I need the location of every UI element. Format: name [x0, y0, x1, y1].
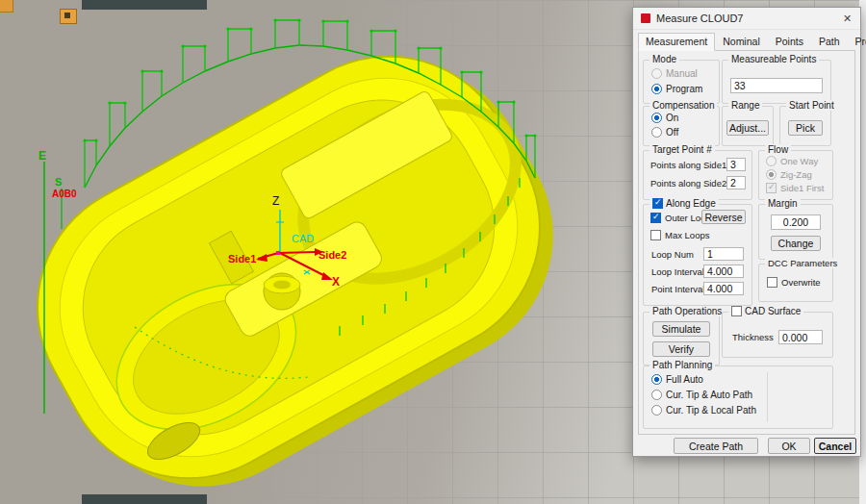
margin-field[interactable]	[771, 214, 821, 230]
range-group: Range Adjust...	[722, 106, 774, 146]
points-side2-field[interactable]	[726, 176, 746, 189]
along-edge-label: Along Edge	[666, 198, 716, 209]
label-s: S	[55, 176, 62, 188]
range-title: Range	[728, 100, 762, 111]
dialog-titlebar[interactable]: Measure CLOUD7 ✕	[633, 8, 860, 30]
max-loops-checkbox[interactable]	[650, 230, 661, 240]
side1-first-label: Side1 First	[780, 183, 824, 193]
label-a0b0: A0B0	[52, 189, 77, 199]
zig-zag-radio[interactable]	[766, 169, 777, 180]
one-way-label: One Way	[780, 156, 818, 166]
compensation-off-radio[interactable]	[651, 127, 662, 138]
cancel-button[interactable]: Cancel	[814, 438, 856, 454]
cur-tip-auto-path-label: Cur. Tip & Auto Path	[666, 390, 752, 400]
loop-num-label: Loop Num	[651, 249, 694, 260]
outer-loop-checkbox[interactable]	[650, 213, 661, 223]
compensation-off-label: Off	[666, 127, 678, 138]
ok-button[interactable]: OK	[768, 438, 810, 454]
cur-tip-local-path-radio[interactable]	[651, 405, 662, 416]
points-side1-label: Points along Side1	[650, 160, 726, 170]
tab-points[interactable]: Points	[768, 33, 811, 51]
background-window-bar-top	[82, 0, 207, 10]
point-interval-field[interactable]	[703, 282, 744, 295]
path-operations-group: Path Operations Simulate Verify	[643, 312, 720, 365]
label-z-axis: Z	[272, 194, 279, 208]
label-x-axis: X	[332, 275, 340, 289]
overwrite-label: Overwrite	[781, 277, 821, 288]
tab-measurement[interactable]: Measurement	[638, 33, 715, 51]
start-point-title: Start Point	[786, 100, 837, 111]
target-point-title: Target Point #	[650, 144, 715, 155]
background-window-corner	[0, 0, 13, 13]
compensation-on-radio[interactable]	[651, 113, 662, 123]
manual-radio-label: Manual	[666, 68, 698, 79]
side1-first-checkbox[interactable]	[766, 183, 777, 193]
tab-nominal[interactable]: Nominal	[715, 33, 768, 51]
cur-tip-auto-path-radio[interactable]	[651, 390, 662, 400]
points-side1-field[interactable]	[726, 158, 746, 171]
target-point-group: Target Point # Points along Side1 Points…	[643, 150, 752, 200]
cad-surface-label: CAD Surface	[745, 306, 801, 316]
model-cylinder	[264, 273, 300, 310]
manual-radio[interactable]	[651, 68, 662, 79]
point-interval-label: Point Interval	[651, 284, 704, 294]
close-button[interactable]: ✕	[839, 11, 855, 26]
background-window-icon[interactable]	[60, 9, 77, 24]
flow-title: Flow	[765, 144, 791, 155]
margin-title: Margin	[765, 198, 801, 209]
program-radio-label: Program	[666, 84, 702, 94]
screen: E S A0B0 Z CAD Side1 Side2 X	[0, 0, 866, 504]
pick-button[interactable]: Pick	[788, 120, 823, 136]
measure-cloud7-dialog: Measure CLOUD7 ✕ Measurement Nominal Poi…	[632, 7, 861, 457]
label-cad: CAD	[292, 233, 314, 244]
measureable-points-group: Measureable Points	[722, 60, 831, 104]
measureable-points-field[interactable]	[730, 78, 823, 93]
margin-group: Margin Change	[758, 204, 833, 260]
dcc-parameters-group: DCC Parameters Overwrite	[758, 264, 833, 302]
change-button[interactable]: Change	[771, 236, 821, 251]
full-auto-label: Full Auto	[666, 374, 703, 385]
compensation-title: Compensation	[650, 100, 717, 111]
along-edge-group: Along Edge Outer Loop Reverse Max Loops …	[643, 204, 752, 306]
path-planning-group: Path Planning Full Auto Cur. Tip & Auto …	[643, 365, 833, 429]
path-planning-title: Path Planning	[650, 360, 715, 370]
flow-group: Flow One Way Zig-Zag Side1 First	[758, 150, 833, 200]
background-window-bar-bottom	[82, 494, 207, 504]
full-auto-radio[interactable]	[651, 374, 662, 385]
along-edge-header: Along Edge	[650, 198, 719, 209]
thickness-field[interactable]	[778, 330, 823, 344]
compensation-group: Compensation On Off	[643, 106, 720, 146]
label-side1: Side1	[228, 253, 256, 265]
dcc-parameters-title: DCC Parameters	[765, 258, 840, 268]
measureable-points-title: Measureable Points	[728, 54, 819, 64]
along-edge-checkbox[interactable]	[652, 198, 663, 209]
create-path-button[interactable]: Create Path	[674, 438, 758, 454]
dialog-title: Measure CLOUD7	[656, 13, 743, 24]
cad-surface-group: CAD Surface Thickness	[722, 312, 833, 358]
overwrite-checkbox[interactable]	[767, 277, 777, 288]
loop-interval-label: Loop Interval	[651, 266, 704, 277]
program-radio[interactable]	[651, 84, 662, 94]
max-loops-label: Max Loops	[665, 230, 709, 240]
mode-group-title: Mode	[650, 54, 679, 64]
start-point-group: Start Point Pick	[779, 106, 831, 146]
label-side2: Side2	[318, 249, 346, 261]
path-operations-title: Path Operations	[650, 306, 725, 316]
tab-path[interactable]: Path	[811, 33, 848, 51]
thickness-label: Thickness	[732, 332, 774, 342]
dialog-tab-strip: Measurement Nominal Points Path Prompt	[638, 33, 866, 51]
reverse-button[interactable]: Reverse	[701, 210, 746, 224]
tab-prompt[interactable]: Prompt	[848, 33, 866, 51]
one-way-radio[interactable]	[766, 156, 777, 166]
loop-num-field[interactable]	[703, 247, 744, 261]
path-planning-divider	[767, 372, 768, 422]
adjust-button[interactable]: Adjust...	[726, 120, 769, 136]
verify-button[interactable]: Verify	[652, 341, 710, 357]
zig-zag-label: Zig-Zag	[780, 169, 812, 180]
cad-surface-checkbox[interactable]	[731, 306, 742, 316]
simulate-button[interactable]: Simulate	[652, 321, 710, 337]
loop-interval-field[interactable]	[703, 265, 744, 278]
cad-model	[0, 7, 599, 504]
compensation-on-label: On	[666, 113, 678, 123]
dialog-app-icon	[641, 13, 650, 23]
